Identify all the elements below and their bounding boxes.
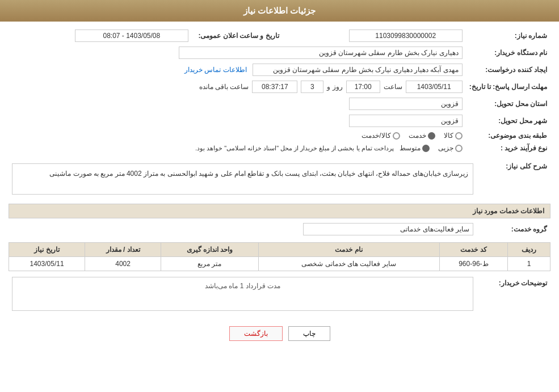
service-group-table: گروه خدمت: سایر فعالیت‌های خدماتی: [9, 221, 550, 238]
province-label: استان محل تحویل:: [466, 95, 550, 112]
service-group-label: گروه خدمت:: [477, 221, 550, 238]
creator-value: مهدی آبکه دهیار دهیاری نیارک بخش طارم سف…: [253, 64, 463, 76]
radio-motavaset: [422, 145, 430, 152]
radio-khedmat: [428, 132, 435, 140]
category-kala-label: کالا: [444, 132, 453, 140]
radio-kala-khedmat: [393, 132, 400, 140]
category-option-khedmat: خدمت: [409, 132, 435, 140]
footer-buttons: چاپ بازگشت: [9, 318, 550, 349]
city-label: شهر محل تحویل:: [466, 112, 550, 129]
col-name: نام خدمت: [258, 243, 439, 257]
table-row: 1ط-96-960سایر فعالیت های خدماتی شخصیمتر …: [9, 257, 550, 271]
deadline-time: 17:00: [346, 81, 380, 93]
col-code: کد خدمت: [439, 243, 508, 257]
deadline-day-label: روز و: [327, 83, 342, 91]
deadline-date: 1403/05/11: [406, 81, 463, 93]
page-title: جزئیات اطلاعات نیاز: [243, 6, 316, 15]
print-button[interactable]: چاپ: [288, 326, 330, 341]
service-group-value: سایر فعالیت‌های خدماتی: [303, 223, 473, 235]
main-info-table: شماره نیاز: 1103099830000002 تاریخ و ساع…: [9, 27, 550, 154]
col-unit: واحد اندازه گیری: [161, 243, 259, 257]
announce-label: تاریخ و ساعت اعلان عمومی:: [192, 27, 283, 44]
deadline-remaining: 08:37:17: [252, 81, 297, 93]
col-qty: تعداد / مقدار: [85, 243, 161, 257]
province-value: قزوین: [349, 98, 463, 110]
radio-kala: [455, 132, 463, 140]
deadline-time-label: ساعت: [384, 83, 402, 91]
deadline-label: مهلت ارسال پاسخ: تا تاریخ:: [466, 78, 550, 95]
jozi-label: جزیی: [438, 144, 453, 152]
buyer-notes-label: توضیحات خریدار:: [477, 275, 550, 313]
need-desc-label: شرح کلی نیاز:: [477, 159, 550, 199]
motavaset-label: متوسط: [400, 144, 421, 152]
need-desc-value: زیرسازی خیابان‌های حمداله فلاح، انتهای خ…: [12, 163, 473, 195]
need-number-label: شماره نیاز:: [466, 27, 550, 44]
services-table: ردیف کد خدمت نام خدمت واحد اندازه گیری ت…: [9, 242, 550, 271]
purchase-type-label: نوع فرآیند خرید :: [466, 142, 550, 154]
need-number-value: 1103099830000002: [349, 29, 463, 42]
col-row: ردیف: [508, 243, 550, 257]
category-label: طبقه بندی موضوعی:: [466, 129, 550, 142]
category-option-kala-khedmat: کالا/خدمت: [362, 132, 400, 140]
buyer-notes-value: مدت قرارداد 1 ماه می‌باشد: [17, 282, 468, 290]
category-kala-khedmat-label: کالا/خدمت: [362, 132, 390, 140]
back-button[interactable]: بازگشت: [229, 326, 283, 341]
buyer-org-label: نام دستگاه خریدار:: [466, 44, 550, 61]
creator-link[interactable]: اطلاعات تماس خریدار: [184, 66, 247, 74]
page-header: جزئیات اطلاعات نیاز: [0, 0, 559, 22]
purchase-type-motavaset: متوسط: [400, 144, 430, 152]
services-section-label: اطلاعات خدمات مورد نیاز: [9, 204, 550, 218]
deadline-days: 3: [301, 81, 323, 93]
creator-label: ایجاد کننده درخواست:: [466, 61, 550, 78]
buyer-notes-area: مدت قرارداد 1 ماه می‌باشد: [12, 277, 473, 311]
need-desc-table: شرح کلی نیاز: زیرسازی خیابان‌های حمداله …: [9, 159, 550, 199]
buyer-org-value: دهیاری نیارک بخش طارم سفلی شهرستان قزوین: [179, 47, 463, 59]
category-option-kala: کالا: [444, 132, 463, 140]
radio-jozi: [455, 145, 463, 152]
city-value: قزوین: [349, 115, 463, 127]
announce-value: 1403/05/08 - 08:07: [75, 29, 188, 42]
deadline-remaining-label: ساعت باقی مانده: [199, 83, 249, 91]
buyer-notes-table: توضیحات خریدار: مدت قرارداد 1 ماه می‌باش…: [9, 275, 550, 313]
col-date: تاریخ نیاز: [9, 243, 85, 257]
purchase-type-note: پرداخت تمام یا بخشی از مبلغ خریدار از مح…: [195, 145, 394, 152]
category-khedmat-label: خدمت: [409, 132, 426, 140]
purchase-type-jozi: جزیی: [438, 144, 463, 152]
